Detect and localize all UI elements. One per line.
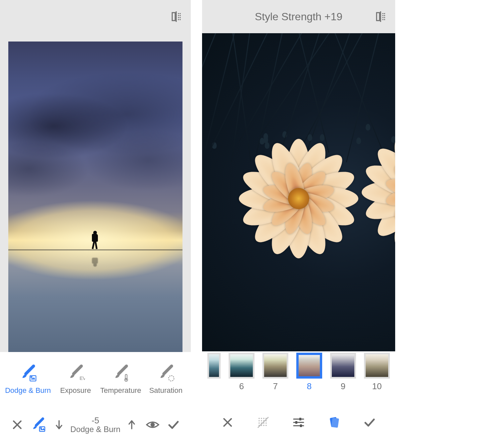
- svg-point-6: [178, 17, 179, 18]
- tool-dodge-burn[interactable]: Dodge & Burn: [5, 364, 51, 395]
- filter-strip[interactable]: 6 7 8 9 10: [202, 351, 395, 402]
- styles-button[interactable]: [325, 413, 343, 432]
- svg-point-22: [382, 13, 384, 14]
- filter-item-7[interactable]: 7: [262, 353, 288, 392]
- svg-point-8: [178, 19, 179, 20]
- arrow-up-icon: [126, 419, 138, 431]
- photo-canvas[interactable]: [202, 33, 395, 351]
- filter-label: 9: [341, 381, 345, 392]
- svg-rect-11: [31, 376, 32, 378]
- filter-swatch: [229, 353, 254, 379]
- svg-point-27: [384, 17, 385, 18]
- svg-rect-0: [172, 13, 175, 21]
- header-title: Style Strength +19: [255, 11, 342, 23]
- svg-point-35: [261, 420, 262, 421]
- check-icon: [167, 418, 180, 432]
- tool-label: Saturation: [149, 386, 182, 395]
- visibility-button[interactable]: [143, 415, 162, 434]
- svg-text:EV: EV: [79, 376, 85, 381]
- tool-temperature[interactable]: Temperature: [100, 364, 141, 395]
- mask-dots-icon: [256, 415, 270, 430]
- compare-icon: [374, 10, 387, 23]
- photo-canvas[interactable]: [0, 33, 191, 352]
- bottom-bar: -5 Dodge & Burn: [0, 406, 191, 443]
- cancel-button[interactable]: [218, 413, 237, 432]
- tool-label: Exposure: [60, 386, 91, 395]
- svg-rect-50: [295, 421, 297, 424]
- svg-point-23: [384, 13, 385, 14]
- svg-point-29: [384, 19, 385, 20]
- svg-rect-20: [377, 13, 380, 21]
- svg-point-38: [258, 422, 260, 424]
- arrow-down-icon: [53, 419, 65, 431]
- brush-icon: [19, 364, 37, 382]
- sliders-icon: [291, 415, 306, 430]
- svg-point-2: [178, 13, 179, 14]
- close-icon: [11, 418, 24, 431]
- photo-preview: [8, 42, 182, 352]
- apply-button[interactable]: [164, 415, 183, 434]
- value-stepper: -5 Dodge & Burn: [50, 415, 141, 434]
- svg-point-30: [258, 418, 260, 419]
- filter-swatch: [330, 353, 356, 379]
- tool-exposure[interactable]: EV Exposure: [56, 364, 96, 395]
- filter-prev-edge[interactable]: [207, 353, 221, 392]
- svg-point-5: [180, 15, 181, 16]
- svg-point-3: [180, 13, 181, 14]
- svg-point-19: [150, 423, 155, 427]
- apply-button[interactable]: [360, 413, 379, 432]
- brush-mask-button[interactable]: [29, 415, 47, 434]
- bottom-bar: [202, 402, 395, 443]
- svg-point-16: [169, 376, 174, 381]
- brush-tool-row: Dodge & Burn EV Exposure Temperature Sat…: [0, 352, 191, 406]
- compare-button[interactable]: [168, 9, 184, 25]
- brush-icon: [111, 364, 130, 382]
- brush-icon: [157, 364, 175, 382]
- svg-point-26: [382, 17, 384, 18]
- style-cards-icon: [326, 415, 342, 430]
- photo-preview: [202, 33, 395, 351]
- header-bar: [0, 0, 191, 33]
- stepper-label: Dodge & Burn: [70, 425, 120, 433]
- svg-point-31: [261, 418, 262, 419]
- header-bar: Style Strength +19: [202, 0, 395, 33]
- increase-button[interactable]: [122, 415, 141, 434]
- svg-point-4: [178, 15, 179, 16]
- brush-icon: EV: [66, 364, 85, 382]
- filter-swatch: [364, 353, 390, 379]
- check-icon: [363, 415, 377, 429]
- filter-label: 8: [307, 381, 312, 392]
- filter-swatch: [296, 353, 322, 379]
- mask-toggle-button[interactable]: [254, 413, 272, 432]
- filter-label: 10: [372, 381, 382, 392]
- compare-icon: [170, 10, 183, 23]
- brush-mask-icon: [30, 417, 46, 433]
- filter-swatch: [262, 353, 288, 379]
- filter-item-6[interactable]: 6: [229, 353, 254, 392]
- svg-point-9: [180, 19, 181, 20]
- svg-rect-18: [40, 427, 42, 429]
- svg-point-45: [265, 425, 267, 426]
- svg-rect-52: [300, 424, 302, 427]
- svg-point-7: [180, 17, 181, 18]
- filter-item-10[interactable]: 10: [364, 353, 390, 392]
- editor-panel-left: Dodge & Burn EV Exposure Temperature Sat…: [0, 0, 191, 443]
- svg-point-24: [382, 15, 384, 16]
- tool-saturation[interactable]: Saturation: [146, 364, 186, 395]
- svg-point-41: [265, 422, 267, 424]
- stepper-readout: -5 Dodge & Burn: [70, 416, 120, 433]
- tool-label: Temperature: [100, 386, 141, 395]
- cancel-button[interactable]: [8, 415, 27, 434]
- filter-label: 7: [273, 381, 278, 392]
- decrease-button[interactable]: [50, 415, 68, 434]
- filter-item-9[interactable]: 9: [330, 353, 356, 392]
- compare-button[interactable]: [373, 9, 389, 25]
- svg-rect-48: [299, 418, 301, 420]
- close-icon: [221, 416, 234, 429]
- adjust-sliders-button[interactable]: [289, 413, 308, 432]
- filter-swatch: [207, 353, 221, 379]
- stepper-value: -5: [92, 416, 99, 425]
- svg-point-32: [263, 418, 264, 419]
- filter-item-8[interactable]: 8: [296, 353, 322, 392]
- svg-point-25: [384, 15, 385, 16]
